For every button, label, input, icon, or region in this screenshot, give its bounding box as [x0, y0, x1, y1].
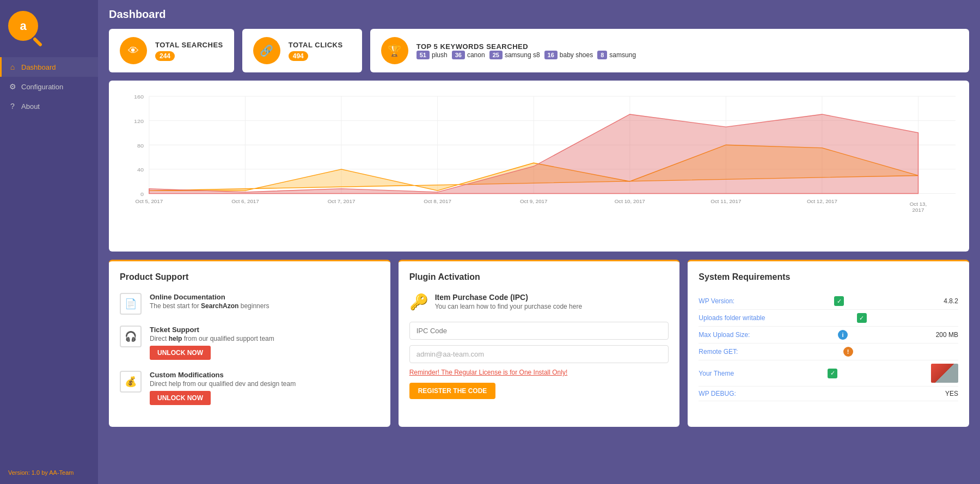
plugin-activation-title: Plugin Activation — [409, 272, 669, 282]
wp-version-label: WP Version: — [699, 297, 734, 305]
clicks-label: TOTAL CLICKS — [289, 41, 343, 49]
wp-version-value: 4.8.2 — [944, 297, 958, 305]
sidebar-nav: ⌂ Dashboard ⚙ Configuration ? About — [0, 57, 98, 116]
clicks-info: TOTAL CLICKS 494 — [289, 41, 343, 61]
support-ticket-text: Ticket Support Direct help from our qual… — [150, 326, 274, 360]
sidebar-item-label-dashboard: Dashboard — [21, 63, 56, 71]
custom-desc: Direct help from our qualified dev and d… — [150, 380, 296, 388]
keywords-label: TOP 5 KEYWORDS SEARCHED — [416, 42, 636, 51]
ticket-label: Ticket Support — [150, 326, 274, 334]
max-upload-info-icon: i — [838, 330, 848, 340]
sidebar-item-dashboard[interactable]: ⌂ Dashboard — [0, 57, 98, 77]
svg-text:40: 40 — [137, 167, 144, 173]
support-item-ticket: 🎧 Ticket Support Direct help from our qu… — [120, 326, 379, 360]
theme-check-icon: ✓ — [828, 369, 837, 378]
keyword-name: baby shoes — [560, 51, 593, 59]
custom-label: Custom Modifications — [150, 371, 296, 379]
wp-version-check-icon: ✓ — [834, 296, 844, 306]
custom-icon: 💰 — [120, 371, 142, 393]
stats-row: 👁 TOTAL SEARCHES 244 🔗 TOTAL CLICKS 494 … — [109, 29, 969, 72]
page-title: Dashboard — [109, 8, 969, 21]
sysreq-uploads-folder: Uploads folder writable ✓ — [699, 310, 958, 327]
docs-desc: The best start for SearchAzon beginners — [150, 302, 269, 310]
keyword-name: samsung — [609, 51, 636, 59]
searches-label: TOTAL SEARCHES — [155, 41, 223, 49]
keyword-badge: 16baby shoes — [544, 51, 593, 59]
sysreq-wp-debug: WP DEBUG: YES — [699, 387, 958, 401]
keyword-name: plush — [432, 51, 448, 59]
product-support-card: Product Support 📄 Online Documentation T… — [109, 260, 390, 427]
keywords-icon: 🏆 — [381, 37, 408, 64]
svg-text:Oct 10, 2017: Oct 10, 2017 — [615, 199, 645, 205]
config-icon: ⚙ — [8, 82, 17, 91]
sidebar-item-about[interactable]: ? About — [0, 96, 98, 116]
clicks-icon: 🔗 — [253, 37, 280, 64]
main-content: Dashboard 👁 TOTAL SEARCHES 244 🔗 TOTAL C… — [98, 0, 980, 484]
your-theme-status: ✓ — [828, 369, 837, 378]
support-item-docs: 📄 Online Documentation The best start fo… — [120, 293, 379, 315]
svg-text:160: 160 — [134, 94, 144, 100]
svg-text:Oct 6, 2017: Oct 6, 2017 — [231, 199, 259, 205]
keyword-name: canon — [467, 51, 485, 59]
max-upload-status: i — [838, 330, 848, 340]
sysreq-max-upload: Max Upload Size: i 200 MB — [699, 327, 958, 344]
unlock-ticket-button[interactable]: UNLOCK NOW — [150, 346, 211, 360]
remote-get-label: Remote GET: — [699, 348, 738, 356]
chart-svg: 0 40 80 120 160 Oct 5, 2017 Oct 6, — [117, 91, 961, 228]
wp-version-status: ✓ — [834, 296, 844, 306]
keyword-badge: 36canon — [452, 51, 485, 59]
total-searches-card: 👁 TOTAL SEARCHES 244 — [109, 29, 234, 72]
bottom-row: Product Support 📄 Online Documentation T… — [109, 260, 969, 427]
email-input[interactable] — [409, 345, 669, 363]
searches-value: 244 — [155, 51, 175, 61]
keywords-list: 51plush36canon25samsung s816baby shoes8s… — [416, 51, 636, 59]
top-keywords-card: 🏆 TOP 5 KEYWORDS SEARCHED 51plush36canon… — [370, 29, 969, 72]
register-code-button[interactable]: REGISTER THE CODE — [409, 383, 496, 399]
docs-icon: 📄 — [120, 293, 142, 315]
svg-text:Oct 11, 2017: Oct 11, 2017 — [710, 199, 741, 205]
max-upload-label: Max Upload Size: — [699, 331, 750, 339]
ipc-title: Item Purchase Code (IPC) — [435, 293, 582, 302]
support-item-custom: 💰 Custom Modifications Direct help from … — [120, 371, 379, 405]
version-label: Version: 1.0 by AA-Team — [8, 469, 74, 476]
system-requirements-card: System Requirements WP Version: ✓ 4.8.2 … — [688, 260, 969, 427]
sidebar-item-configuration[interactable]: ⚙ Configuration — [0, 77, 98, 96]
about-icon: ? — [8, 102, 17, 111]
chart-container: 0 40 80 120 160 Oct 5, 2017 Oct 6, — [109, 81, 969, 252]
activation-text: Item Purchase Code (IPC) You can learn h… — [435, 293, 582, 310]
svg-text:Oct 9, 2017: Oct 9, 2017 — [520, 199, 548, 205]
svg-text:Oct 5, 2017: Oct 5, 2017 — [136, 199, 163, 205]
key-icon: 🔑 — [409, 293, 428, 311]
wp-debug-label: WP DEBUG: — [699, 390, 736, 397]
logo: a — [0, 5, 98, 52]
keyword-count: 16 — [544, 51, 558, 59]
max-upload-value: 200 MB — [936, 331, 958, 339]
keyword-count: 25 — [489, 51, 503, 59]
searches-info: TOTAL SEARCHES 244 — [155, 41, 223, 61]
wp-debug-value: YES — [945, 390, 958, 397]
svg-text:0: 0 — [140, 191, 144, 197]
activation-header: 🔑 Item Purchase Code (IPC) You can learn… — [409, 293, 669, 311]
sidebar-item-label-about: About — [21, 102, 40, 111]
searches-icon: 👁 — [120, 37, 147, 64]
uploads-label: Uploads folder writable — [699, 314, 765, 322]
unlock-custom-button[interactable]: UNLOCK NOW — [150, 391, 211, 405]
keyword-badge: 51plush — [416, 51, 448, 59]
ipc-code-input[interactable] — [409, 322, 669, 340]
svg-text:Oct 8, 2017: Oct 8, 2017 — [424, 199, 451, 205]
clicks-value: 494 — [289, 51, 308, 61]
sysreq-your-theme: Your Theme ✓ — [699, 360, 958, 387]
ticket-icon: 🎧 — [120, 326, 142, 347]
reminder-text: Reminder! The Regular License is for One… — [409, 369, 669, 376]
svg-text:Oct 7, 2017: Oct 7, 2017 — [328, 199, 356, 205]
logo-letter: a — [20, 19, 26, 33]
svg-text:Oct 12, 2017: Oct 12, 2017 — [807, 199, 837, 205]
sidebar-item-label-configuration: Configuration — [21, 83, 63, 91]
keyword-count: 51 — [416, 51, 430, 59]
svg-text:120: 120 — [134, 118, 144, 124]
system-req-title: System Requirements — [699, 272, 958, 282]
keyword-count: 8 — [597, 51, 607, 59]
keyword-name: samsung s8 — [505, 51, 540, 59]
svg-text:80: 80 — [137, 143, 144, 148]
uploads-check-icon: ✓ — [857, 313, 867, 323]
